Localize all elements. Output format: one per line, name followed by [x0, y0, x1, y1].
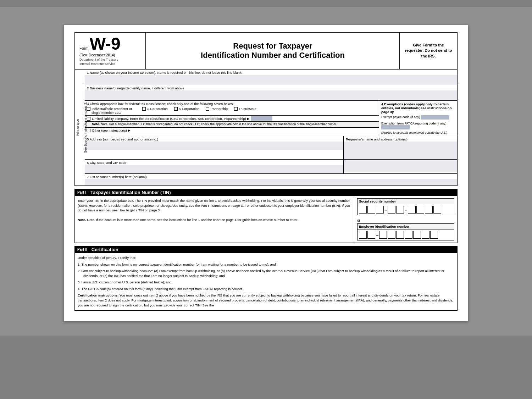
- document-wrapper: Form W-9 (Rev. December 2014) Department…: [0, 7, 532, 336]
- form-number: W-9: [90, 34, 121, 53]
- w9-form-document: Form W-9 (Rev. December 2014) Department…: [64, 25, 468, 321]
- page-container: Form W-9 (Rev. December 2014) Department…: [0, 7, 532, 336]
- part2-body: Under penalties of perjury, I certify th…: [74, 253, 458, 310]
- part2-badge: Part II: [77, 248, 87, 251]
- ein-cell-5[interactable]: [396, 231, 404, 239]
- form-body: Print or type See Specific Instructions …: [74, 70, 458, 186]
- header-left: Form W-9 (Rev. December 2014) Department…: [75, 33, 146, 69]
- field2-row: 2 Business name/disregarded entity name,…: [85, 85, 457, 101]
- exempt-payee-label: Exempt payee code (if any): [381, 116, 420, 119]
- checkbox-partnership-label: Partnership: [210, 107, 228, 111]
- part2-header: Part II Certification: [74, 246, 458, 253]
- fatca-applies: (Applies to accounts maintained outside …: [381, 131, 455, 134]
- checkbox-scorp[interactable]: S Corporation: [174, 107, 200, 111]
- addr5-left: 5 Address (number, street, and apt. or s…: [85, 136, 344, 159]
- form-header: Form W-9 (Rev. December 2014) Department…: [74, 32, 458, 70]
- ssn-label: Social security number: [358, 199, 454, 204]
- ssn-cell-1[interactable]: [359, 206, 367, 214]
- checkbox-other-box[interactable]: [87, 129, 90, 132]
- ssn-cell-3[interactable]: [376, 206, 384, 214]
- ssn-cell-8[interactable]: [425, 206, 433, 214]
- cert-item3: 3. I am a U.S. citizen or other U.S. per…: [78, 280, 454, 285]
- requester-input[interactable]: [344, 142, 457, 159]
- checkbox-sole-prop[interactable]: Individual/sole proprietor or single-mem…: [87, 107, 132, 115]
- checkbox-scorp-box[interactable]: [174, 107, 178, 111]
- field5-input[interactable]: [85, 142, 343, 150]
- cert-item2: 2. I am not subject to backup withholdin…: [78, 268, 454, 279]
- other-row: Other (see instructions) ▶: [85, 127, 379, 133]
- ssn-cell-2[interactable]: [367, 206, 375, 214]
- checkbox-llc-box[interactable]: [87, 117, 90, 121]
- ssn-dash-1: –: [384, 207, 387, 212]
- ein-dash: –: [376, 232, 378, 238]
- checkbox-trust-box[interactable]: [234, 107, 238, 111]
- field2-input[interactable]: [85, 90, 457, 100]
- exempt-payee-input[interactable]: [421, 115, 449, 120]
- ein-fields: –: [358, 229, 454, 240]
- ein-cell-1[interactable]: [359, 231, 367, 239]
- title-line2: Identification Number and Certification: [201, 51, 345, 60]
- part1-body-text: Enter your TIN in the appropriate box. T…: [78, 198, 351, 212]
- checkbox-sole-prop-box[interactable]: [87, 107, 90, 111]
- checkbox-scorp-label: S Corporation: [179, 107, 200, 111]
- addr5-right: Requester's name and address (optional): [344, 136, 457, 159]
- cert-intro: Under penalties of perjury, I certify th…: [78, 255, 454, 260]
- ssn-cell-7[interactable]: [416, 206, 424, 214]
- part1-badge: Part I: [77, 190, 86, 194]
- or-text: or: [357, 217, 454, 223]
- part1-note-text: Note. If the account is in more than one…: [87, 218, 298, 222]
- checkbox-trust-label: Trust/estate: [239, 107, 256, 111]
- ein-cell-4[interactable]: [388, 231, 395, 239]
- ein-box: Employer identification number –: [357, 223, 454, 240]
- field1-label: 1 Name (as shown on your income tax retu…: [85, 70, 457, 75]
- row3-container: 3 Check appropriate box for federal tax …: [85, 101, 457, 136]
- checkbox-ccorp-label: C Corporation: [147, 107, 168, 111]
- exempt-payee-row: Exempt payee code (if any): [381, 115, 455, 120]
- sidebar-label: Print or type See Specific Instructions …: [75, 70, 85, 185]
- ein-cell-2[interactable]: [367, 231, 375, 239]
- ssn-cell-9[interactable]: [433, 206, 441, 214]
- checkbox-partnership-box[interactable]: [206, 107, 209, 111]
- rev-date: (Rev. December 2014): [79, 53, 141, 57]
- part1-note: Note. Note. If the account is in more th…: [78, 217, 351, 222]
- part1-title: Taxpayer Identification Number (TIN): [90, 190, 171, 195]
- requester-input2[interactable]: [344, 160, 457, 172]
- row3-right: 4 Exemptions (codes apply only to certai…: [379, 101, 457, 136]
- field2-label: 2 Business name/disregarded entity name,…: [85, 85, 457, 90]
- dept-text: Department of the TreasuryInternal Reven…: [79, 58, 141, 66]
- sidebar-text2: See Specific Instructions on page 2.: [84, 102, 87, 153]
- header-right: Give Form to the requester. Do not send …: [400, 33, 457, 69]
- other-label: Other (see instructions) ▶: [92, 128, 131, 132]
- sidebar-text1: Print or type: [76, 119, 79, 137]
- ssn-box: Social security number – –: [357, 198, 454, 215]
- ein-cell-6[interactable]: [405, 231, 412, 239]
- ssn-fields: – –: [358, 204, 454, 215]
- checkbox-ccorp[interactable]: C Corporation: [142, 107, 168, 111]
- llc-input-field[interactable]: [251, 116, 272, 121]
- field7-input[interactable]: [85, 179, 457, 185]
- cert-item1: 1. The number shown on this form is my c…: [78, 262, 454, 267]
- header-title: Request for Taxpayer Identification Numb…: [201, 41, 345, 60]
- ssn-cell-6[interactable]: [408, 206, 416, 214]
- title-line1: Request for Taxpayer: [201, 41, 345, 51]
- ein-cell-8[interactable]: [422, 231, 430, 239]
- field6-input[interactable]: [85, 165, 343, 173]
- fatca-row: Exemption from FATCA reporting code (if …: [381, 122, 455, 129]
- ein-cell-9[interactable]: [430, 231, 438, 239]
- ssn-cell-5[interactable]: [396, 206, 404, 214]
- field1-input[interactable]: [85, 75, 457, 85]
- llc-label: Limited liability company. Enter the tax…: [92, 117, 250, 121]
- field7-row: 7 List account number(s) here (optional): [85, 174, 457, 185]
- ein-cell-3[interactable]: [379, 231, 387, 239]
- fatca-input[interactable]: [381, 125, 410, 129]
- give-form-text: Give Form to the requester. Do not send …: [404, 43, 453, 59]
- checkbox-ccorp-box[interactable]: [142, 107, 146, 111]
- checkbox-trust[interactable]: Trust/estate: [234, 107, 256, 111]
- checkbox-partnership[interactable]: Partnership: [206, 107, 228, 111]
- form-label-text: Form: [79, 46, 89, 50]
- ein-label: Employer identification number: [358, 224, 454, 229]
- part1-right: Social security number – –: [354, 196, 457, 243]
- ein-cell-7[interactable]: [413, 231, 421, 239]
- part1-body: Enter your TIN in the appropriate box. T…: [74, 196, 458, 243]
- ssn-cell-4[interactable]: [388, 206, 395, 214]
